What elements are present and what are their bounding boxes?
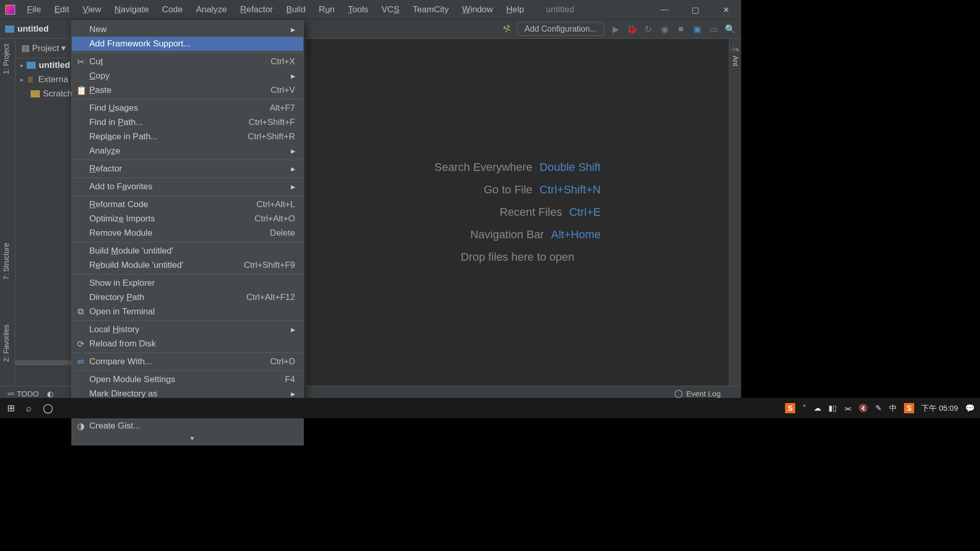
hint-recent-shortcut: Ctrl+E	[569, 206, 601, 219]
onedrive-icon[interactable]: ☁	[814, 404, 821, 413]
ctx-scroll-down[interactable]: ▼	[72, 433, 303, 443]
menu-tools[interactable]: Tools	[341, 0, 375, 19]
tab-project[interactable]: 1: Project	[2, 44, 10, 74]
pen-icon[interactable]: ✎	[875, 404, 882, 413]
menu-analyze[interactable]: Analyze	[189, 0, 233, 19]
update-icon[interactable]: ▣	[692, 24, 702, 34]
sogou-icon[interactable]: S	[785, 403, 795, 413]
project-scrollbar[interactable]	[15, 360, 71, 365]
sogou-ime-icon[interactable]: S	[904, 403, 914, 413]
ctx-directory-path[interactable]: Directory PathCtrl+Alt+F12	[72, 290, 303, 305]
minimize-button[interactable]: —	[649, 0, 680, 19]
avd-icon[interactable]: ▭	[708, 24, 719, 34]
ctx-reformat[interactable]: Reformat CodeCtrl+Alt+L	[72, 197, 303, 212]
search-icon[interactable]: 🔍	[725, 24, 735, 34]
ctx-sep	[72, 370, 303, 371]
tab-ant[interactable]: 🐜 Ant	[731, 45, 740, 66]
cortana-button[interactable]: ◯	[43, 403, 53, 414]
tab-favorites[interactable]: 2: Favorites	[2, 324, 10, 362]
compare-icon: ⇄	[76, 357, 85, 367]
clock[interactable]: 下午 05:09	[921, 404, 958, 413]
cut-icon: ✂	[76, 57, 85, 67]
search-button[interactable]: ⌕	[26, 403, 32, 414]
ctx-rebuild-module[interactable]: Rebuild Module 'untitled'Ctrl+Shift+F9	[72, 258, 303, 272]
ctx-new[interactable]: New▶	[72, 22, 303, 37]
add-configuration-button[interactable]: Add Configuration...	[517, 22, 604, 36]
breadcrumb-project[interactable]: untitled	[17, 24, 48, 34]
close-button[interactable]: ✕	[710, 0, 741, 19]
hint-nav-bar: Navigation Bar	[470, 228, 544, 241]
menu-teamcity[interactable]: TeamCity	[406, 0, 455, 19]
stop-icon[interactable]: ■	[676, 24, 686, 34]
ctx-find-usages[interactable]: Find UsagesAlt+F7	[72, 101, 303, 115]
wifi-icon[interactable]: ⫘	[844, 404, 851, 413]
ctx-replace-in-path[interactable]: Replace in Path...Ctrl+Shift+R	[72, 130, 303, 144]
tab-todo[interactable]: ≔ TODO	[7, 389, 39, 398]
ctx-create-gist[interactable]: ◑Create Gist...	[72, 419, 303, 433]
context-menu: New▶ Add Framework Support... ✂CutCtrl+X…	[71, 20, 304, 445]
ctx-build-module[interactable]: Build Module 'untitled'	[72, 244, 303, 258]
ctx-local-history[interactable]: Local History▶	[72, 322, 303, 337]
hint-goto-shortcut: Ctrl+Shift+N	[540, 183, 601, 196]
menu-window[interactable]: Window	[455, 0, 499, 19]
ctx-copy[interactable]: Copy▶	[72, 69, 303, 83]
debug-icon[interactable]: 🐞	[627, 24, 637, 34]
battery-icon[interactable]: ▮▯	[828, 404, 837, 413]
notifications-icon[interactable]: 💬	[965, 404, 975, 413]
ctx-cut[interactable]: ✂CutCtrl+X	[72, 55, 303, 69]
ctx-find-in-path[interactable]: Find in Path...Ctrl+Shift+F	[72, 115, 303, 130]
menu-vcs[interactable]: VCS	[375, 0, 406, 19]
ctx-open-terminal[interactable]: ⧉Open in Terminal	[72, 305, 303, 319]
ctx-reload-from-disk[interactable]: ⟳Reload from Disk	[72, 337, 303, 351]
tab-structure[interactable]: 7: Structure	[2, 243, 10, 280]
ctx-compare-with[interactable]: ⇄Compare With...Ctrl+D	[72, 355, 303, 369]
ctx-open-module-settings[interactable]: Open Module SettingsF4	[72, 372, 303, 387]
editor-hints: Search EverywhereDouble Shift Go to File…	[434, 152, 601, 273]
ctx-optimize-imports[interactable]: Optimize ImportsCtrl+Alt+O	[72, 212, 303, 226]
volume-icon[interactable]: 🔇	[859, 404, 868, 413]
menu-refactor[interactable]: Refactor	[234, 0, 280, 19]
menu-edit[interactable]: Edit	[47, 0, 76, 19]
tray-expand-icon[interactable]: ˄	[802, 404, 806, 413]
hint-search-everywhere: Search Everywhere	[434, 161, 532, 174]
menu-file[interactable]: File	[20, 0, 47, 19]
ctx-sep	[72, 178, 303, 178]
ctx-remove-module[interactable]: Remove ModuleDelete	[72, 226, 303, 240]
ctx-add-to-favorites[interactable]: Add to Favorites▶	[72, 180, 303, 194]
ctx-refactor[interactable]: Refactor▶	[72, 162, 303, 176]
github-icon: ◑	[76, 421, 85, 432]
ctx-sep	[72, 160, 303, 160]
right-gutter: 🐜 Ant	[729, 39, 741, 386]
window-title: untitled	[546, 5, 574, 15]
ctx-paste[interactable]: 📋PasteCtrl+V	[72, 83, 303, 97]
menu-run[interactable]: Run	[312, 0, 341, 19]
ctx-sep	[72, 353, 303, 353]
ctx-sep	[72, 99, 303, 99]
main-menubar: File Edit View Navigate Code Analyze Ref…	[0, 0, 741, 19]
ctx-show-explorer[interactable]: Show in Explorer	[72, 276, 303, 290]
build-icon[interactable]: ⚒	[501, 22, 512, 36]
menu-navigate[interactable]: Navigate	[108, 0, 155, 19]
ctx-sep	[72, 274, 303, 274]
profile-icon[interactable]: ◉	[659, 24, 670, 34]
tab-more[interactable]: ◐	[47, 389, 54, 398]
hint-nav-shortcut: Alt+Home	[551, 228, 601, 241]
ide-window: File Edit View Navigate Code Analyze Ref…	[0, 0, 741, 416]
hint-drop-files: Drop files here to open	[461, 251, 575, 264]
maximize-button[interactable]: ▢	[680, 0, 710, 19]
ime-icon[interactable]: 中	[889, 404, 897, 413]
project-view-select[interactable]: ▤ Project ▾	[21, 43, 66, 54]
ctx-analyze[interactable]: Analyze▶	[72, 144, 303, 158]
left-gutter: 1: Project 7: Structure 2: Favorites	[0, 39, 15, 386]
menu-help[interactable]: Help	[500, 0, 531, 19]
coverage-icon[interactable]: ↻	[643, 24, 653, 34]
editor-empty[interactable]: Search EverywhereDouble Shift Go to File…	[306, 39, 729, 386]
menu-build[interactable]: Build	[280, 0, 312, 19]
menu-view[interactable]: View	[76, 0, 108, 19]
reload-icon: ⟳	[76, 339, 85, 349]
start-button[interactable]: ⊞	[7, 403, 15, 414]
menu-code[interactable]: Code	[155, 0, 189, 19]
windows-taskbar: ⊞ ⌕ ◯ S ˄ ☁ ▮▯ ⫘ 🔇 ✎ 中 S 下午 05:09 💬	[0, 398, 980, 418]
run-icon[interactable]: ▶	[610, 24, 621, 34]
ctx-add-framework[interactable]: Add Framework Support...	[72, 37, 303, 51]
